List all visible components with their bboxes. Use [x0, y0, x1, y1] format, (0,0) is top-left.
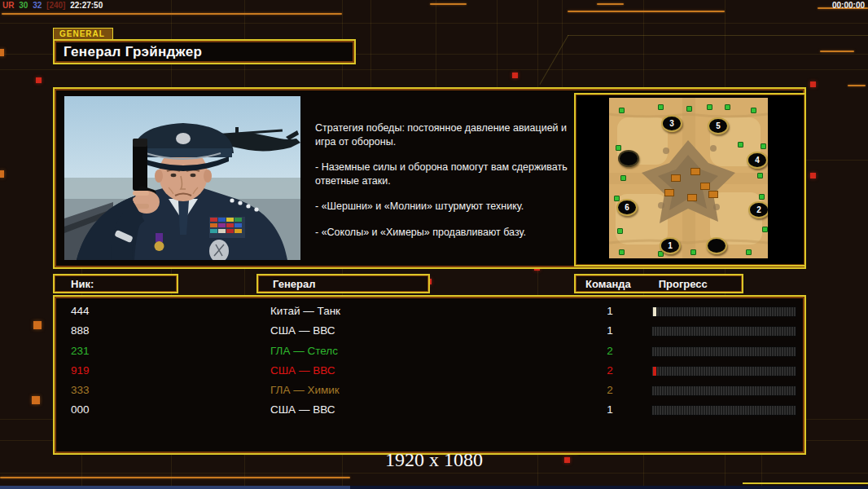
resource-dot — [725, 104, 730, 110]
resource-dot — [690, 249, 696, 255]
player-team: 2 — [598, 364, 622, 377]
resource-dot — [658, 104, 664, 110]
player-team: 1 — [598, 324, 622, 337]
player-team: 2 — [598, 384, 622, 396]
progress-bar — [651, 366, 796, 377]
resource-dot — [620, 175, 626, 181]
player-rows: 444Китай — Танк1888США — ВВС1231ГЛА — Ст… — [55, 302, 804, 421]
map-resolution-label: 1920 x 1080 — [0, 449, 868, 471]
start-position-marker: 3 — [661, 115, 682, 132]
match-timer: 00:00:00 — [832, 1, 865, 10]
start-position-marker: 6 — [616, 199, 638, 216]
resource-dot — [746, 249, 752, 255]
player-general: ГЛА — Химик — [270, 384, 340, 396]
bottom-blue-bar — [0, 486, 868, 489]
player-row: 888США — ВВС1 — [55, 322, 804, 341]
start-position-marker: 4 — [747, 152, 768, 169]
player-row: 333ГЛА — Химик2 — [55, 381, 804, 401]
general-name: Генерал Грэйнджер — [55, 44, 202, 60]
player-nick: 444 — [71, 305, 90, 317]
briefing-paragraph: - Наземные силы и оборона помогут вам сд… — [315, 161, 577, 187]
resource-dot — [619, 249, 625, 255]
column-header-team-progress: Команда Прогресс — [574, 274, 743, 293]
map-building — [700, 183, 710, 190]
column-header-general: Генерал — [256, 274, 430, 293]
debug-overlay: UR 30 32 [240] 22:27:50 — [2, 1, 105, 10]
progress-bar — [651, 405, 796, 416]
resource-dot — [757, 173, 763, 178]
player-team: 1 — [598, 305, 622, 317]
player-team: 1 — [598, 403, 622, 416]
briefing-paragraph: - «Соколы» и «Химеры» продавливают базу. — [315, 226, 577, 240]
debug-val2: 32 — [33, 1, 42, 10]
player-nick: 000 — [71, 403, 90, 416]
progress-bar — [651, 346, 796, 357]
general-header-label: Генерал — [258, 278, 315, 290]
resource-dot — [707, 104, 712, 110]
column-header-nick: Ник: — [53, 274, 178, 293]
player-nick: 888 — [71, 324, 90, 337]
player-nick: 333 — [71, 384, 90, 396]
portrait-image — [64, 96, 300, 260]
briefing-text: Стратегия победы: постоянное давление ав… — [315, 121, 577, 251]
start-position-marker: 1 — [660, 237, 681, 254]
general-info-panel: Стратегия победы: постоянное давление ав… — [53, 87, 806, 269]
resource-dot — [686, 106, 692, 112]
start-position-marker: 2 — [748, 201, 768, 218]
general-title-box: Генерал Грэйнджер — [53, 39, 356, 64]
start-position-marker: 5 — [708, 117, 729, 134]
debug-val1: 30 — [19, 1, 28, 10]
progress-header-label: Прогресс — [631, 278, 708, 290]
briefing-paragraph: Стратегия победы: постоянное давление ав… — [315, 121, 577, 148]
debug-ur: UR — [2, 1, 14, 10]
start-position-marker — [706, 237, 727, 254]
progress-bar — [651, 306, 796, 317]
map-preview-panel: 354621 — [574, 93, 806, 267]
team-header-label: Команда — [576, 278, 631, 290]
player-row: 231ГЛА — Стелс2 — [55, 342, 804, 362]
resource-dot — [762, 227, 768, 232]
player-row: 000США — ВВС1 — [55, 401, 804, 421]
debug-clock: 22:27:50 — [70, 1, 103, 10]
briefing-paragraph: - «Шершни» и «Молнии» штурмуют технику. — [315, 200, 577, 214]
progress-tick — [653, 307, 656, 316]
player-row: 919США — ВВС2 — [55, 362, 804, 381]
player-team: 2 — [598, 345, 622, 357]
player-nick: 231 — [71, 345, 90, 357]
map-building — [690, 168, 700, 175]
map-building — [664, 189, 674, 196]
resource-dot — [614, 196, 620, 201]
resource-dot — [738, 142, 743, 148]
resource-dot — [751, 108, 756, 113]
player-general: США — ВВС — [270, 324, 335, 337]
resource-dot — [761, 143, 766, 149]
map-preview: 354621 — [609, 98, 768, 258]
progress-bar — [651, 385, 796, 396]
player-general: Китай — Танк — [270, 305, 340, 317]
resource-dot — [619, 108, 625, 113]
start-position-marker — [618, 150, 639, 167]
player-nick: 919 — [71, 364, 90, 377]
resource-dot — [759, 194, 765, 200]
player-general: ГЛА — Стелс — [270, 345, 338, 357]
debug-val3: [240] — [46, 1, 65, 10]
map-building — [671, 174, 681, 182]
resource-dot — [617, 228, 623, 234]
player-row: 444Китай — Танк1 — [55, 302, 804, 322]
nick-header-label: Ник: — [55, 278, 94, 290]
general-tab-label: GENERAL — [53, 28, 113, 39]
resource-dot — [616, 145, 621, 151]
map-building — [687, 194, 697, 201]
map-building — [708, 191, 718, 198]
progress-tick — [653, 367, 656, 376]
player-general: США — ВВС — [270, 364, 335, 377]
player-general: США — ВВС — [270, 403, 335, 416]
player-table: 444Китай — Танк1888США — ВВС1231ГЛА — Ст… — [53, 295, 806, 455]
progress-bar — [651, 326, 796, 337]
